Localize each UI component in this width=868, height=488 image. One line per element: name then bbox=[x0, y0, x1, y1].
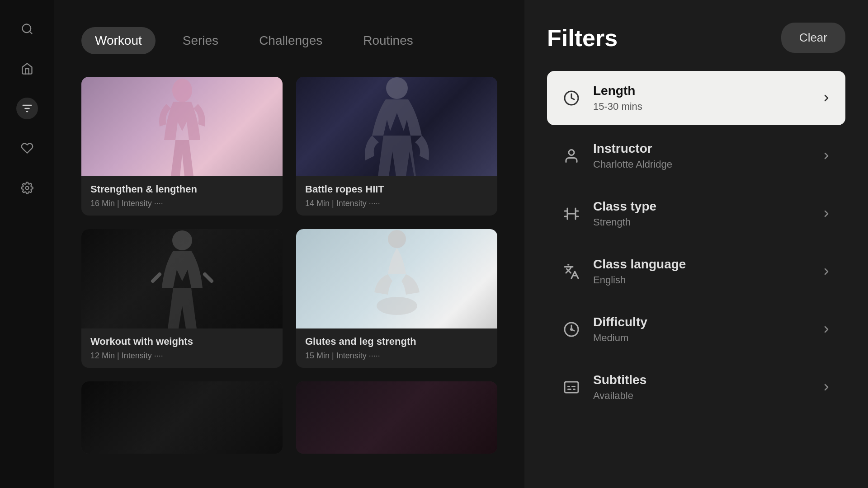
card-2-title: Battle ropes HIIT bbox=[305, 183, 488, 195]
tab-routines[interactable]: Routines bbox=[349, 27, 427, 54]
person-icon bbox=[561, 145, 582, 167]
card-1-meta: 16 Min | Intensity ···· bbox=[90, 199, 274, 208]
card-5-image bbox=[81, 381, 283, 454]
filter-difficulty-value: Medium bbox=[593, 332, 821, 344]
svg-rect-16 bbox=[565, 382, 578, 393]
card-4[interactable]: Glutes and leg strength 15 Min | Intensi… bbox=[296, 229, 497, 368]
svg-point-14 bbox=[569, 150, 574, 155]
svg-line-10 bbox=[205, 274, 212, 281]
filter-instructor-value: Charlotte Aldridge bbox=[593, 159, 821, 170]
card-3-title: Workout with weights bbox=[90, 336, 274, 347]
filter-subtitles-label: Subtitles bbox=[593, 373, 821, 387]
chevron-right-icon-subtitles bbox=[821, 382, 832, 393]
card-6-image bbox=[296, 381, 497, 454]
card-3-meta: 12 Min | Intensity ···· bbox=[90, 351, 274, 361]
filter-instructor-text: Instructor Charlotte Aldridge bbox=[593, 141, 821, 170]
filter-class-language-value: English bbox=[593, 274, 821, 286]
home-icon[interactable] bbox=[16, 58, 38, 80]
filter-class-type[interactable]: Class type Strength bbox=[547, 187, 845, 241]
tab-challenges[interactable]: Challenges bbox=[245, 27, 336, 54]
svg-point-5 bbox=[26, 187, 29, 190]
filter-class-language-label: Class language bbox=[593, 257, 821, 272]
chevron-right-icon-difficulty bbox=[821, 324, 832, 335]
filter-difficulty-text: Difficulty Medium bbox=[593, 315, 821, 344]
gauge-icon bbox=[561, 319, 582, 340]
tabs: Workout Series Challenges Routines bbox=[81, 27, 497, 54]
card-1[interactable]: Strengthen & lengthen 16 Min | Intensity… bbox=[81, 77, 283, 216]
filter-class-language-text: Class language English bbox=[593, 257, 821, 286]
card-3-info: Workout with weights 12 Min | Intensity … bbox=[81, 328, 283, 368]
card-4-info: Glutes and leg strength 15 Min | Intensi… bbox=[296, 328, 497, 368]
card-2-image bbox=[296, 77, 497, 176]
filter-instructor[interactable]: Instructor Charlotte Aldridge bbox=[547, 129, 845, 183]
card-1-title: Strengthen & lengthen bbox=[90, 183, 274, 195]
filter-title: Filters bbox=[547, 24, 618, 52]
chevron-right-icon-language bbox=[821, 266, 832, 277]
svg-line-9 bbox=[153, 274, 160, 281]
filter-panel: Filters Clear Length 15-30 mins Instruct… bbox=[524, 0, 868, 488]
cards-grid: Strengthen & lengthen 16 Min | Intensity… bbox=[81, 77, 497, 454]
main-content: Workout Series Challenges Routines Stren… bbox=[54, 0, 524, 488]
card-4-meta: 15 Min | Intensity ····· bbox=[305, 351, 488, 361]
card-3-image bbox=[81, 229, 283, 328]
filter-class-type-text: Class type Strength bbox=[593, 199, 821, 228]
card-6[interactable] bbox=[296, 381, 497, 454]
clock-icon bbox=[561, 87, 582, 109]
sidebar bbox=[0, 0, 54, 488]
svg-point-11 bbox=[388, 230, 406, 248]
filter-header: Filters Clear bbox=[547, 23, 845, 53]
card-2-meta: 14 Min | Intensity ····· bbox=[305, 199, 488, 208]
svg-point-6 bbox=[172, 79, 192, 102]
card-2-info: Battle ropes HIIT 14 Min | Intensity ···… bbox=[296, 176, 497, 216]
tab-series[interactable]: Series bbox=[169, 27, 232, 54]
svg-line-1 bbox=[29, 31, 32, 33]
filter-class-type-label: Class type bbox=[593, 199, 821, 214]
filter-length-value: 15-30 mins bbox=[593, 101, 821, 113]
filter-length-text: Length 15-30 mins bbox=[593, 84, 821, 113]
chevron-right-icon-instructor bbox=[821, 150, 832, 161]
card-1-image bbox=[81, 77, 283, 176]
card-1-info: Strengthen & lengthen 16 Min | Intensity… bbox=[81, 176, 283, 216]
svg-point-8 bbox=[172, 230, 192, 250]
subtitles-icon bbox=[561, 376, 582, 398]
filter-length[interactable]: Length 15-30 mins bbox=[547, 71, 845, 125]
clear-button[interactable]: Clear bbox=[781, 23, 845, 53]
filter-instructor-label: Instructor bbox=[593, 141, 821, 156]
filter-subtitles[interactable]: Subtitles Available bbox=[547, 360, 845, 414]
tab-workout[interactable]: Workout bbox=[81, 27, 156, 54]
filter-subtitles-value: Available bbox=[593, 390, 821, 402]
card-4-title: Glutes and leg strength bbox=[305, 336, 488, 347]
settings-icon[interactable] bbox=[16, 177, 38, 199]
svg-point-12 bbox=[377, 297, 417, 315]
filter-class-language[interactable]: Class language English bbox=[547, 244, 845, 299]
card-3[interactable]: Workout with weights 12 Min | Intensity … bbox=[81, 229, 283, 368]
card-5[interactable] bbox=[81, 381, 283, 454]
svg-point-7 bbox=[386, 77, 408, 99]
filter-difficulty-label: Difficulty bbox=[593, 315, 821, 329]
heart-icon[interactable] bbox=[16, 137, 38, 159]
chevron-right-icon-class-type bbox=[821, 208, 832, 219]
filter-difficulty[interactable]: Difficulty Medium bbox=[547, 302, 845, 357]
dumbbell-icon bbox=[561, 203, 582, 225]
translate-icon bbox=[561, 261, 582, 282]
chevron-right-icon bbox=[821, 93, 832, 103]
search-icon[interactable] bbox=[16, 18, 38, 40]
filter-length-label: Length bbox=[593, 84, 821, 98]
card-2[interactable]: Battle ropes HIIT 14 Min | Intensity ···… bbox=[296, 77, 497, 216]
filter-tools-icon[interactable] bbox=[16, 98, 38, 119]
svg-point-15 bbox=[571, 329, 572, 330]
filter-class-type-value: Strength bbox=[593, 216, 821, 228]
card-4-image bbox=[296, 229, 497, 328]
filter-subtitles-text: Subtitles Available bbox=[593, 373, 821, 402]
